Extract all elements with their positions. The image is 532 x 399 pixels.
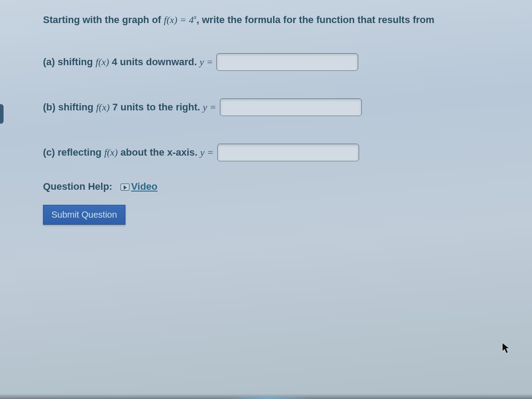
part-b-input[interactable] (220, 98, 362, 116)
question-help-row: Question Help: Video (43, 181, 505, 192)
question-intro: Starting with the graph of f(x) = 4x, wr… (43, 12, 505, 27)
help-label: Question Help: (43, 181, 112, 192)
bottom-glow (223, 395, 312, 399)
intro-suffix: , write the formula for the function tha… (196, 14, 434, 25)
intro-prefix: Starting with the graph of (43, 14, 164, 25)
left-edge-sliver (0, 104, 4, 124)
part-b-row: (b) shifting f(x) 7 units to the right. … (43, 98, 505, 116)
part-c-row: (c) reflecting f(x) about the x-axis. y … (43, 144, 505, 161)
video-play-icon (121, 184, 129, 191)
part-b-label: (b) shifting f(x) 7 units to the right. … (43, 102, 216, 113)
part-c-label: (c) reflecting f(x) about the x-axis. y … (43, 147, 214, 158)
part-a-label: (a) shifting f(x) 4 units downward. y = (43, 56, 213, 68)
part-c-input[interactable] (217, 144, 359, 161)
submit-question-button[interactable]: Submit Question (43, 205, 125, 225)
part-a-row: (a) shifting f(x) 4 units downward. y = (43, 53, 505, 71)
mouse-cursor-icon (502, 342, 511, 355)
video-link[interactable]: Video (121, 181, 158, 192)
intro-function: f(x) = 4x (164, 14, 197, 25)
part-a-input[interactable] (216, 53, 358, 71)
question-content: Starting with the graph of f(x) = 4x, wr… (0, 0, 532, 225)
